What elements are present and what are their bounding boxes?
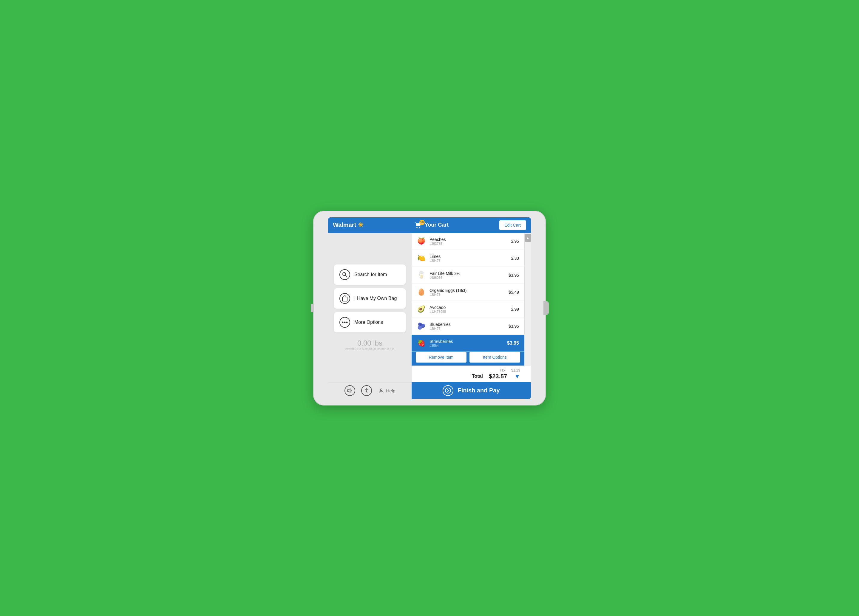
milk-icon: 🥛 (416, 270, 426, 281)
options-label: More Options (355, 320, 383, 325)
accessibility-button[interactable] (361, 385, 372, 396)
tax-label: Tax (500, 368, 505, 373)
edit-cart-button[interactable]: Edit Cart (499, 220, 526, 230)
item-name: Blueberries (430, 322, 506, 327)
item-name: Peaches (430, 237, 508, 242)
limes-icon: 🍋 (416, 253, 426, 264)
scroll-indicator: ▲ (524, 233, 531, 365)
search-for-item-button[interactable]: Search for Item (334, 265, 406, 285)
tablet-device: Walmart ✳ 18 Your Cart Edit Cart (313, 211, 546, 405)
cart-item-blueberries[interactable]: 🫐 Blueberries #28475 $3.95 (412, 318, 524, 335)
item-price: $.99 (511, 307, 519, 312)
svg-point-7 (346, 321, 348, 323)
cart-items-list: 🍑 Peaches #293785 $.95 🍋 (412, 233, 524, 365)
item-sku: #986066 (430, 276, 506, 279)
avocado-icon: 🥑 (416, 304, 426, 315)
eggs-icon: 🥚 (416, 287, 426, 298)
item-price: $.33 (511, 256, 519, 260)
spark-icon: ✳ (358, 222, 363, 228)
tablet-side-button-right (544, 301, 549, 315)
left-panel: Search for Item I Have My Own Bag (328, 233, 412, 382)
svg-point-9 (366, 388, 367, 389)
weight-display: 0.00 lbs e=d=0.01 lb Max 30.00 lbs min 0… (345, 339, 394, 351)
tablet-side-button-left (311, 304, 314, 312)
finish-arrow-icon (443, 385, 453, 396)
cart-item-peaches[interactable]: 🍑 Peaches #293785 $.95 (412, 233, 524, 250)
svg-point-2 (343, 273, 346, 276)
svg-marker-8 (347, 388, 350, 393)
bag-icon (339, 293, 350, 304)
cart-item-info: Organic Eggs (18ct) #28475 (430, 288, 506, 296)
bag-label: I Have My Own Bag (355, 296, 397, 301)
remove-item-button[interactable]: Remove Item (416, 352, 467, 363)
walmart-logo: Walmart ✳ (333, 221, 363, 228)
tax-row: Tax $1.23 (500, 368, 520, 373)
cart-item-info: Fair Life Milk 2% #986066 (430, 271, 506, 279)
item-sku: #293785 (430, 242, 508, 245)
screen: Walmart ✳ 18 Your Cart Edit Cart (328, 217, 531, 399)
help-button[interactable]: Help (378, 387, 395, 394)
item-action-buttons: Remove Item Item Options (412, 352, 524, 365)
item-name: Limes (430, 254, 508, 259)
svg-point-1 (419, 227, 420, 228)
cart-item-strawberries[interactable]: 🍓 Strawberries #3564 $3.95 (412, 335, 524, 352)
cart-title: Your Cart (425, 222, 449, 228)
volume-button[interactable] (345, 385, 355, 396)
cart-badge: 18 (419, 220, 425, 225)
right-panel-inner: 🍑 Peaches #293785 $.95 🍋 (412, 233, 531, 382)
item-price: $3.95 (507, 340, 519, 346)
item-sku: #28475 (430, 293, 506, 296)
down-arrow-icon: ▼ (514, 373, 520, 380)
svg-point-5 (342, 321, 344, 323)
item-name: Organic Eggs (18ct) (430, 288, 506, 293)
finish-label: Finish and Pay (458, 387, 500, 394)
svg-point-6 (344, 321, 346, 323)
scroll-up-button[interactable]: ▲ (525, 234, 531, 242)
main-area: Search for Item I Have My Own Bag (328, 233, 531, 382)
cart-item-info: Blueberries #28475 (430, 322, 506, 331)
brand-name: Walmart (333, 221, 356, 228)
help-label: Help (386, 388, 395, 393)
item-name: Strawberries (430, 339, 504, 344)
blueberries-icon: 🫐 (416, 321, 426, 332)
search-label: Search for Item (355, 272, 387, 277)
tax-value: $1.23 (511, 368, 520, 373)
item-price: $3.95 (509, 324, 519, 329)
svg-point-11 (445, 388, 451, 393)
own-bag-button[interactable]: I Have My Own Bag (334, 289, 406, 309)
totals-area: Tax $1.23 Total $23.57 ▼ (412, 365, 531, 382)
page-background: Walmart ✳ 18 Your Cart Edit Cart (0, 0, 859, 616)
item-price: $3.95 (509, 273, 519, 278)
more-options-icon (339, 317, 350, 327)
svg-line-3 (345, 275, 347, 277)
footer: Help Finish and Pay (328, 382, 531, 399)
svg-point-10 (380, 389, 382, 391)
cart-item-eggs[interactable]: 🥚 Organic Eggs (18ct) #28475 $5.49 (412, 284, 524, 301)
item-sku: #28475 (430, 327, 506, 331)
weight-label: e=d=0.01 lb Max 30.00 lbs min 0.2 lb (345, 347, 394, 351)
total-label: Total (472, 374, 483, 379)
cart-item-milk[interactable]: 🥛 Fair Life Milk 2% #986066 $3.95 (412, 267, 524, 284)
item-sku: #12478998 (430, 310, 508, 313)
cart-item-info: Strawberries #3564 (430, 339, 504, 347)
header-bar: Walmart ✳ 18 Your Cart Edit Cart (328, 217, 531, 233)
peaches-icon: 🍑 (416, 236, 426, 246)
cart-icon-wrap: 18 (414, 221, 422, 229)
header-center: 18 Your Cart (363, 221, 499, 229)
item-sku: #3564 (430, 344, 504, 347)
item-price: $.95 (511, 239, 519, 243)
more-options-button[interactable]: More Options (334, 312, 406, 332)
cart-item-info: Limes #28475 (430, 254, 508, 262)
cart-item-limes[interactable]: 🍋 Limes #28475 $.33 (412, 250, 524, 267)
weight-value: 0.00 lbs (345, 339, 394, 347)
cart-item-info: Avocado #12478998 (430, 305, 508, 313)
total-row: Total $23.57 ▼ (472, 373, 520, 380)
help-icon (378, 387, 384, 394)
finish-pay-button[interactable]: Finish and Pay (412, 382, 531, 399)
item-options-button[interactable]: Item Options (470, 352, 520, 363)
footer-left: Help (328, 382, 412, 399)
item-price: $5.49 (509, 290, 519, 295)
search-icon (339, 269, 350, 280)
cart-item-info: Peaches #293785 (430, 237, 508, 245)
cart-item-avocado[interactable]: 🥑 Avocado #12478998 $.99 (412, 301, 524, 318)
